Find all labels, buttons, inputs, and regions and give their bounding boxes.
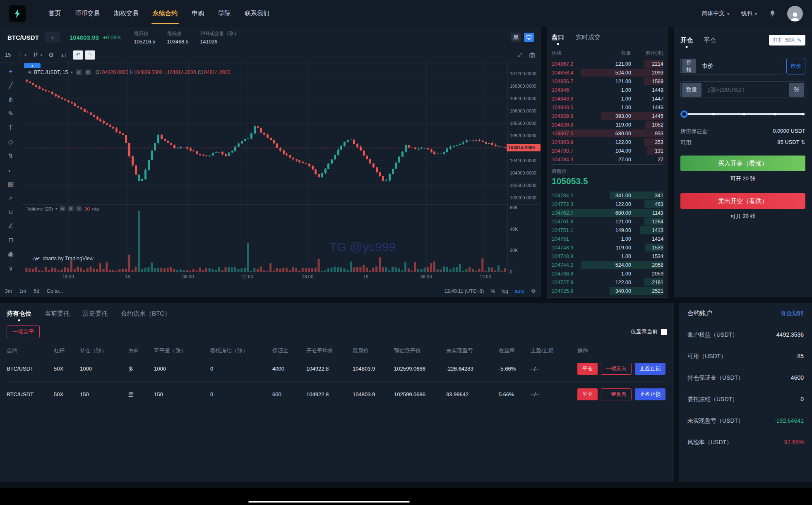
screenshot-camera-icon[interactable] <box>529 52 536 58</box>
price-input-field[interactable] <box>697 63 782 69</box>
positions-tab-2[interactable]: 历史委托 <box>83 310 108 318</box>
nav-item-3[interactable]: 永续合约 <box>146 0 185 27</box>
tab-close-position[interactable]: 平仓 <box>704 36 716 44</box>
slider-dot-100[interactable] <box>802 113 805 115</box>
close-position-button[interactable]: 平仓 <box>577 388 598 400</box>
undo-icon[interactable]: ↶ <box>73 50 83 60</box>
interval-selector[interactable]: 15 <box>5 52 11 58</box>
bid-row[interactable]: 104725.9340.002521 <box>552 287 663 295</box>
positions-tab-3[interactable]: 合约流水（BTC） <box>121 310 171 318</box>
redo-icon[interactable]: ↷ <box>85 50 95 60</box>
nav-item-1[interactable]: 币币交易 <box>68 0 107 27</box>
buy-long-button[interactable]: 买入开多（看涨） <box>680 156 805 171</box>
range-button-Goto[interactable]: Go to... <box>47 288 63 294</box>
interval-menu-icon[interactable]: ⋮ ▾ <box>17 52 26 58</box>
text-tool-icon[interactable]: T <box>0 121 22 135</box>
sell-short-button[interactable]: 卖出开空（看跌） <box>680 193 805 209</box>
ask-row[interactable]: 104826.8119.001052 <box>552 120 663 129</box>
close-all-button[interactable]: 一键全平 <box>7 325 40 338</box>
transfer-arrows-icon[interactable]: ⇅ <box>801 139 805 145</box>
zoom-tool-icon[interactable]: ⌕ <box>0 191 22 205</box>
reverse-position-button[interactable]: 一键反向 <box>601 388 632 400</box>
magnet-tool-icon[interactable]: ∪ <box>0 205 22 219</box>
wallet-menu[interactable]: 钱包▼ <box>741 10 758 17</box>
slider-dot-25[interactable] <box>712 113 715 115</box>
chevron-down-icon[interactable]: ▾ <box>71 70 73 74</box>
notification-bell-icon[interactable] <box>769 10 776 17</box>
bid-row[interactable]: 104772.3122.00463 <box>552 200 663 208</box>
nav-item-2[interactable]: 期权交易 <box>107 0 146 27</box>
close-position-button[interactable]: 平仓 <box>577 363 598 375</box>
market-price-button[interactable]: 市价 <box>786 58 805 74</box>
series-visibility-icon[interactable]: ◎ <box>76 69 82 75</box>
theme-toggle[interactable]: 黑 <box>511 33 521 42</box>
candlestick-chart[interactable]: ▲ ⊟ BTC /USDT, 15 ▾ ◎ ⚙ O104820.0000H104… <box>22 63 541 285</box>
bid-row[interactable]: 104727.9122.002181 <box>552 278 663 287</box>
lock-tool-icon[interactable]: ⊓ <box>0 233 22 247</box>
measure-tool-icon[interactable]: ∠ <box>0 219 22 233</box>
ask-row[interactable]: 104784.327.0027 <box>552 155 663 164</box>
ask-row[interactable]: 104843.81.001447 <box>552 94 663 103</box>
indicators-icon[interactable] <box>60 52 67 58</box>
display-mode-icon[interactable] <box>524 33 534 42</box>
tpsl-button[interactable]: 止盈止损 <box>635 363 665 375</box>
bid-row[interactable]: 104762.7680.001143 <box>552 208 663 217</box>
language-selector[interactable]: 简体中文▼ <box>701 10 730 17</box>
auto-scale-toggle[interactable]: auto <box>515 288 524 294</box>
axis-settings-gear-icon[interactable]: ⚙ <box>531 288 536 294</box>
chevron-down-icon[interactable]: ▾ <box>55 207 57 211</box>
volume-visibility-icon[interactable]: ◎ <box>60 206 65 211</box>
log-scale-toggle[interactable]: log <box>502 288 508 294</box>
ask-row[interactable]: 104858.4524.002093 <box>552 68 663 77</box>
tradingview-attribution[interactable]: charts by TradingView <box>32 256 94 261</box>
ask-row[interactable]: 104843.51.001446 <box>552 103 663 112</box>
ask-row[interactable]: 1048461.001448 <box>552 86 663 94</box>
nav-item-4[interactable]: 申购 <box>185 0 211 27</box>
bid-row[interactable]: 104751.1149.001413 <box>552 226 663 235</box>
tab-orderbook[interactable]: 盘口 <box>552 34 564 41</box>
bid-row[interactable]: 104784.2341.00341 <box>552 191 663 200</box>
quantity-input[interactable]: 数量 张 <box>680 81 805 98</box>
range-button-1m[interactable]: 1m <box>19 288 26 294</box>
chart-settings-gear-icon[interactable]: ⚙ <box>48 52 54 58</box>
leverage-badge[interactable]: 杠杆 50X✎ <box>769 35 805 45</box>
tab-open-position[interactable]: 开仓 <box>680 36 693 44</box>
volume-close-icon[interactable]: ✕ <box>76 206 82 211</box>
range-button-5d[interactable]: 5d <box>34 288 39 294</box>
only-current-checkbox[interactable] <box>661 329 667 335</box>
candle-style-icon[interactable]: ▾ <box>33 52 42 58</box>
price-input[interactable]: 价格 <box>680 58 782 74</box>
bid-row[interactable]: 104761.8121.001264 <box>552 217 663 226</box>
positions-tab-0[interactable]: 持有仓位 <box>7 310 31 318</box>
ask-row[interactable]: 104867.2121.002214 <box>552 60 663 68</box>
brand-logo[interactable] <box>9 5 26 22</box>
ask-row[interactable]: 104829.9393.001445 <box>552 112 663 120</box>
reverse-position-button[interactable]: 一键反向 <box>601 363 632 375</box>
positions-tab-1[interactable]: 当前委托 <box>45 310 70 318</box>
nav-item-5[interactable]: 学院 <box>211 0 238 27</box>
bid-row[interactable]: 1047511.001414 <box>552 235 663 243</box>
crosshair-tool-icon[interactable]: + <box>0 65 22 79</box>
back-arrow-icon[interactable]: ← <box>0 163 22 177</box>
percent-scale-toggle[interactable]: % <box>490 288 495 294</box>
nav-item-0[interactable]: 首页 <box>41 0 68 27</box>
bid-row[interactable]: 104748.81.001534 <box>552 252 663 261</box>
hide-drawings-icon[interactable]: ◉ <box>0 247 22 261</box>
series-settings-icon[interactable]: ⚙ <box>85 69 91 75</box>
ask-row[interactable]: 104803.9122.00253 <box>552 138 663 146</box>
slider-dot-75[interactable] <box>774 113 776 115</box>
brush-tool-icon[interactable]: ✎ <box>0 107 22 121</box>
forecast-tool-icon[interactable]: ↯ <box>0 149 22 163</box>
collapse-toolbar-icon[interactable]: ∨ <box>0 261 22 275</box>
user-avatar[interactable] <box>787 6 803 22</box>
toolbar-expand-pill[interactable]: ▲ <box>24 63 41 68</box>
tab-trades[interactable]: 实时成交 <box>576 34 601 41</box>
slider-handle[interactable] <box>680 110 688 118</box>
ask-row[interactable]: 104856.7121.001569 <box>552 77 663 86</box>
fund-transfer-link[interactable]: 资金划转 <box>781 310 804 317</box>
symbol-dropdown[interactable]: ∨ <box>45 32 60 43</box>
bid-row[interactable]: 104738.81.002059 <box>552 269 663 278</box>
ask-row[interactable]: 104807.5680.00933 <box>552 129 663 138</box>
tpsl-button[interactable]: 止盈止损 <box>635 388 665 400</box>
quantity-input-field[interactable] <box>702 86 788 93</box>
